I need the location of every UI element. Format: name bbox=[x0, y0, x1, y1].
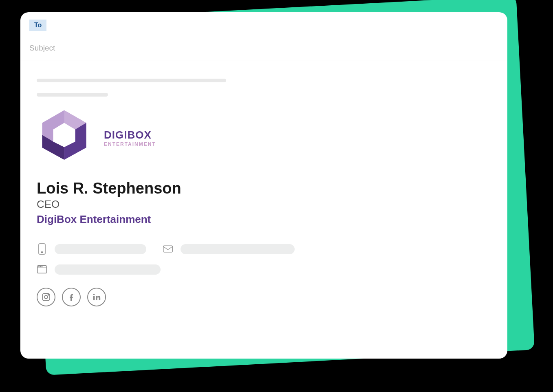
to-button[interactable]: To bbox=[29, 20, 46, 31]
signature-logo-section: DIGIBOX ENTERTAINMENT bbox=[37, 107, 491, 168]
social-icons-row bbox=[37, 288, 491, 306]
phone-contact bbox=[37, 243, 146, 255]
logo-main-text: DIGIBOX bbox=[104, 129, 156, 141]
email-body[interactable]: DIGIBOX ENTERTAINMENT Lois R. Stephenson… bbox=[20, 60, 507, 325]
browser-icon bbox=[37, 263, 47, 275]
svg-point-17 bbox=[93, 294, 95, 295]
contact-row-1 bbox=[37, 243, 491, 255]
phone-icon bbox=[37, 243, 47, 255]
svg-point-10 bbox=[39, 266, 39, 267]
svg-rect-16 bbox=[93, 296, 95, 300]
website-placeholder bbox=[55, 264, 161, 275]
logo-sub-text: ENTERTAINMENT bbox=[104, 141, 156, 147]
website-contact bbox=[37, 263, 161, 275]
email-placeholder bbox=[181, 244, 295, 254]
email-icon bbox=[163, 243, 173, 255]
contact-row-2 bbox=[37, 263, 491, 275]
company-logo-text: DIGIBOX ENTERTAINMENT bbox=[104, 129, 156, 147]
phone-placeholder bbox=[55, 244, 146, 254]
svg-rect-7 bbox=[163, 246, 173, 252]
svg-point-11 bbox=[40, 266, 41, 267]
compose-window: To Subject DIGIBOX ENTERTAINMENT Lo bbox=[20, 12, 507, 359]
signature-name: Lois R. Stephenson bbox=[37, 180, 491, 197]
company-logo-icon bbox=[37, 107, 92, 168]
linkedin-icon[interactable] bbox=[87, 288, 106, 306]
svg-point-15 bbox=[48, 295, 49, 295]
facebook-icon[interactable] bbox=[62, 288, 81, 306]
svg-point-14 bbox=[44, 295, 48, 299]
body-placeholder-line bbox=[37, 79, 226, 82]
email-contact bbox=[163, 243, 295, 255]
svg-point-6 bbox=[42, 252, 43, 253]
subject-field[interactable]: Subject bbox=[20, 36, 507, 60]
signature-company: DigiBox Entertainment bbox=[37, 213, 491, 226]
instagram-icon[interactable] bbox=[37, 288, 55, 306]
to-field-row: To bbox=[20, 12, 507, 36]
signature-title: CEO bbox=[37, 198, 491, 211]
svg-point-12 bbox=[42, 266, 42, 267]
body-placeholder-line bbox=[37, 93, 108, 97]
